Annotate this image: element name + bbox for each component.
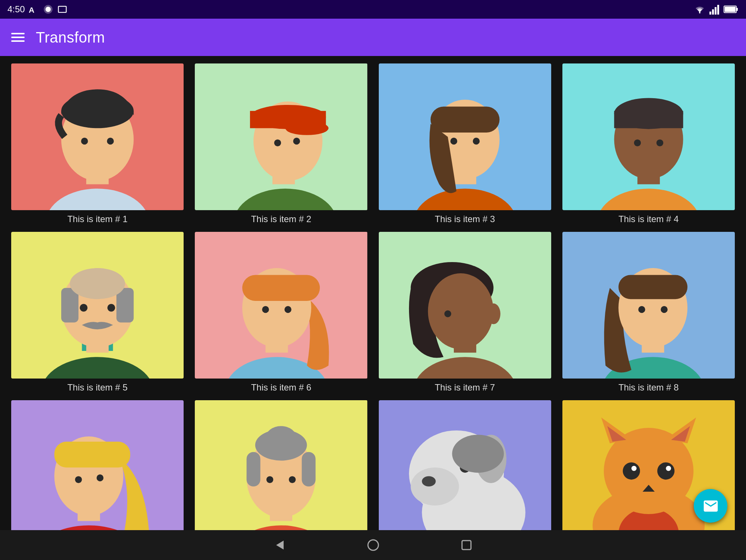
svg-point-100 — [452, 435, 504, 473]
svg-point-60 — [285, 306, 291, 313]
avatar-card-10[interactable] — [195, 400, 367, 530]
list-item[interactable]: This is item # 7 — [379, 232, 551, 393]
list-item[interactable]: This is item # 8 — [562, 232, 735, 393]
item-label-4: This is item # 4 — [618, 214, 678, 224]
svg-rect-12 — [725, 7, 736, 12]
svg-rect-79 — [54, 442, 130, 467]
back-button[interactable] — [271, 536, 289, 554]
status-time: 4:50 — [7, 4, 25, 15]
recent-button[interactable] — [457, 536, 476, 554]
avatar-card-1[interactable] — [11, 63, 184, 210]
svg-point-111 — [631, 466, 637, 471]
svg-point-59 — [262, 306, 269, 313]
svg-point-112 — [666, 466, 671, 471]
battery-icon — [724, 5, 739, 14]
svg-point-52 — [80, 304, 88, 312]
android-icon-a: A — [29, 4, 39, 15]
svg-point-18 — [81, 138, 88, 144]
wifi-icon — [693, 4, 706, 15]
svg-point-2 — [46, 7, 51, 12]
svg-point-110 — [657, 462, 674, 479]
svg-rect-72 — [618, 275, 687, 299]
app-title: Transform — [36, 29, 105, 46]
android-icon-p — [43, 4, 53, 15]
home-icon — [366, 538, 380, 552]
svg-rect-8 — [715, 7, 717, 15]
item-label-2: This is item # 2 — [251, 214, 311, 224]
svg-point-19 — [107, 138, 114, 144]
svg-text:A: A — [29, 6, 34, 14]
avatar-card-6[interactable] — [195, 232, 367, 379]
svg-point-87 — [266, 426, 297, 450]
list-item[interactable]: This is item # 9 — [11, 400, 184, 530]
svg-point-5 — [699, 12, 700, 13]
svg-rect-58 — [242, 275, 320, 301]
svg-point-65 — [428, 273, 493, 349]
svg-point-90 — [266, 476, 273, 483]
status-left: 4:50 A — [7, 4, 68, 15]
list-item[interactable]: This is item # 10 — [195, 400, 367, 530]
svg-rect-89 — [302, 452, 316, 486]
item-label-1: This is item # 1 — [67, 214, 127, 224]
svg-rect-41 — [614, 111, 683, 128]
svg-point-42 — [634, 139, 641, 146]
list-item[interactable]: This is item # 4 — [562, 63, 735, 224]
svg-rect-33 — [430, 107, 499, 133]
recent-icon — [461, 539, 472, 551]
svg-point-26 — [285, 121, 329, 135]
svg-point-67 — [486, 304, 500, 324]
nav-bar — [0, 530, 746, 560]
avatar-card-8[interactable] — [562, 232, 735, 379]
svg-point-74 — [661, 306, 667, 313]
svg-rect-4 — [59, 7, 66, 12]
svg-rect-116 — [462, 541, 471, 550]
status-bar: 4:50 A — [0, 0, 746, 19]
svg-rect-11 — [736, 8, 738, 11]
svg-point-109 — [623, 462, 640, 479]
svg-point-80 — [75, 476, 82, 483]
avatar-card-2[interactable] — [195, 63, 367, 210]
svg-point-115 — [368, 540, 378, 550]
svg-rect-6 — [709, 12, 711, 15]
item-label-3: This is item # 3 — [435, 214, 495, 224]
list-item[interactable]: This is item # 6 — [195, 232, 367, 393]
list-item[interactable]: This is item # 5 — [11, 232, 184, 393]
hamburger-menu[interactable] — [11, 33, 25, 42]
svg-marker-114 — [276, 541, 284, 550]
list-item[interactable]: This is item # 11 — [379, 400, 551, 530]
svg-point-53 — [107, 304, 115, 312]
svg-rect-7 — [712, 9, 714, 15]
list-item[interactable]: This is item # 3 — [379, 63, 551, 224]
avatar-card-4[interactable] — [562, 63, 735, 210]
avatar-card-7[interactable] — [379, 232, 551, 379]
svg-point-95 — [411, 467, 459, 505]
svg-point-27 — [274, 139, 281, 146]
list-item[interactable]: This is item # 2 — [195, 63, 367, 224]
list-item[interactable]: This is item # 1 — [11, 63, 184, 224]
app-bar: Transform — [0, 19, 746, 56]
svg-point-51 — [70, 268, 125, 299]
status-right — [693, 4, 739, 15]
item-label-8: This is item # 8 — [618, 382, 678, 393]
svg-rect-88 — [247, 452, 260, 486]
content-grid: This is item # 1 This is it — [0, 56, 746, 530]
avatar-card-9[interactable] — [11, 400, 184, 530]
svg-point-35 — [472, 138, 479, 144]
avatar-card-3[interactable] — [379, 63, 551, 210]
item-label-5: This is item # 5 — [67, 382, 127, 393]
svg-point-28 — [293, 138, 300, 144]
android-icon-s — [57, 4, 68, 15]
svg-point-96 — [422, 476, 436, 486]
svg-point-73 — [638, 306, 645, 313]
svg-point-81 — [97, 475, 103, 481]
back-icon — [273, 538, 287, 552]
item-label-7: This is item # 7 — [435, 382, 495, 393]
email-icon — [702, 498, 719, 514]
avatar-card-11[interactable] — [379, 400, 551, 530]
item-label-6: This is item # 6 — [251, 382, 311, 393]
svg-point-43 — [656, 139, 663, 146]
email-fab[interactable] — [694, 489, 727, 523]
home-button[interactable] — [364, 536, 383, 554]
avatar-card-5[interactable] — [11, 232, 184, 379]
svg-point-34 — [450, 138, 457, 144]
